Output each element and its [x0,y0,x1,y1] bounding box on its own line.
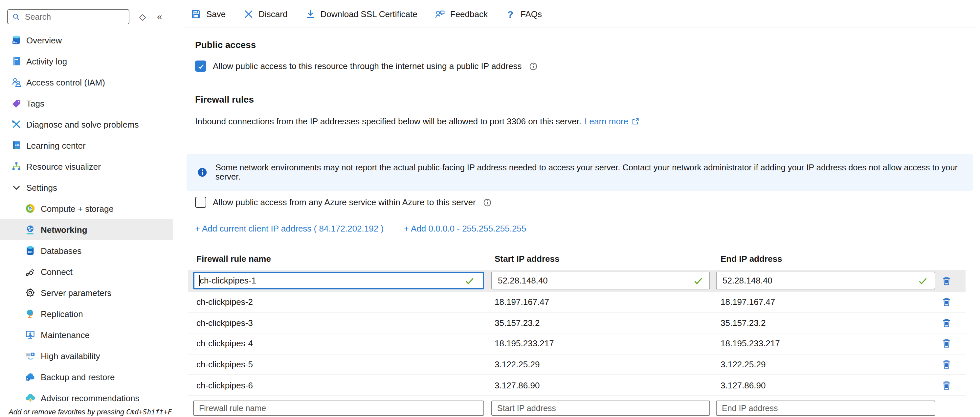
learn-more-link[interactable]: Learn more [585,117,628,126]
sidebar-item-high-availability[interactable]: High availability [0,345,173,366]
sidebar-item-label: High availability [41,351,100,361]
add-all-ips-link[interactable]: + Add 0.0.0.0 - 255.255.255.255 [404,224,526,233]
start-ip-cell: 18.197.167.47 [495,297,549,307]
firewall-rules-table: ch-clickpipes-218.197.167.4718.197.167.4… [188,292,966,396]
sidebar-item-tags[interactable]: Tags [0,93,173,114]
sidebar-item-label: Diagnose and solve problems [26,119,139,129]
sidebar-item-resource-visualizer[interactable]: Resource visualizer [0,156,173,177]
sidebar-item-access-control-iam[interactable]: Access control (IAM) [0,72,173,93]
start-ip-input[interactable] [491,272,710,289]
sidebar-item-advisor-recommendations[interactable]: Advisor recommendations [0,387,173,409]
discard-button[interactable]: Discard [243,8,287,19]
faqs-label: FAQs [520,9,542,19]
download-ssl-certificate-button[interactable]: Download SSL Certificate [304,8,417,19]
collapse-sidebar-icon[interactable]: « [157,9,162,24]
sidebar-item-label: Overview [26,35,62,45]
azure-services-checkbox-label: Allow public access from any Azure servi… [213,197,476,207]
new-start-ip-input[interactable] [491,401,710,416]
firewall-rules-title: Firewall rules [195,94,254,105]
command-bar: Save Discard Download SSL Certificate Fe… [191,4,542,24]
activity-log-icon [11,56,22,67]
sidebar-item-label: Maintenance [41,330,90,340]
azure-services-checkbox-row: Allow public access from any Azure servi… [195,197,492,208]
sidebar-item-server-parameters[interactable]: Server parameters [0,282,173,303]
rule-name-cell: ch-clickpipes-4 [196,339,253,348]
info-icon[interactable] [529,61,538,71]
feedback-label: Feedback [450,9,488,19]
sidebar-item-settings[interactable]: Settings [0,177,173,198]
faqs-button[interactable]: ? FAQs [505,8,542,19]
question-mark-icon: ? [505,8,516,19]
end-ip-cell: 35.157.23.2 [721,318,765,328]
delete-rule-button[interactable] [941,380,952,390]
access-control-icon [11,77,22,88]
azure-networking-page: ◇ « MyOverviewActivity logAccess control… [0,0,980,417]
new-end-ip-input[interactable] [716,401,935,416]
tag-icon [11,97,22,109]
delete-rule-button[interactable] [941,318,952,328]
maintenance-icon [24,329,35,340]
sidebar-item-label: Compute + storage [41,204,114,213]
sidebar-item-diagnose-and-solve-problems[interactable]: Diagnose and solve problems [0,114,173,135]
column-header-rule-name: Firewall rule name [196,254,271,264]
sidebar-item-label: Replication [41,309,83,319]
delete-rule-button[interactable] [941,297,952,307]
start-ip-cell: 3.122.25.29 [495,359,539,369]
new-rule-name-input[interactable] [193,401,484,416]
public-access-title: Public access [195,40,256,50]
sidebar-item-label: Tags [26,98,45,108]
end-ip-cell: 3.122.25.29 [721,359,765,369]
sidebar-item-databases[interactable]: DBDatabases [0,240,173,261]
refresh-icon[interactable]: ◇ [139,9,146,24]
end-ip-input[interactable] [716,272,935,289]
delete-rule-button[interactable] [941,339,952,349]
azure-services-checkbox[interactable] [195,197,206,208]
svg-text:101: 101 [15,144,19,146]
info-icon[interactable] [483,198,492,207]
sidebar-item-backup-and-restore[interactable]: Backup and restore [0,366,173,387]
table-row: ch-clickpipes-335.157.23.235.157.23.2 [188,313,966,334]
rule-name-cell: ch-clickpipes-5 [196,359,253,369]
sidebar-item-connect[interactable]: Connect [0,261,173,282]
new-firewall-rule-row [188,401,966,417]
feedback-button[interactable]: Feedback [434,8,488,19]
sidebar-item-label: Learning center [26,141,86,150]
toolbar-divider [183,28,976,28]
info-banner: Some network environments may not report… [186,154,973,191]
discard-icon [243,8,254,19]
rule-name-cell: ch-clickpipes-2 [196,297,253,307]
high-availability-icon [24,350,35,361]
rule-name-cell: ch-clickpipes-6 [196,380,253,390]
info-filled-icon [197,167,208,177]
add-current-client-ip-link[interactable]: + Add current client IP address ( 84.172… [195,224,383,233]
gear-icon [24,287,35,298]
delete-rule-button[interactable] [941,359,952,370]
public-access-checkbox-row: Allow public access to this resource thr… [195,61,538,72]
sidebar-nav: MyOverviewActivity logAccess control (IA… [0,30,173,409]
backup-restore-icon [24,371,35,382]
sidebar-item-replication[interactable]: Replication [0,303,173,324]
sidebar-item-overview[interactable]: MyOverview [0,30,173,51]
end-ip-cell: 18.197.167.47 [721,297,775,307]
sidebar-item-maintenance[interactable]: Maintenance [0,324,173,345]
sidebar-item-compute-storage[interactable]: $Compute + storage [0,198,173,219]
sidebar-item-learning-center[interactable]: 101Learning center [0,135,173,156]
resource-visualizer-icon [11,161,22,172]
sidebar-item-networking[interactable]: Networking [0,219,173,240]
search-input[interactable] [24,11,125,22]
favorites-shortcut: Cmd+Shift+F [126,408,172,416]
rule-name-input[interactable] [193,272,484,289]
svg-text:My: My [13,41,17,44]
sidebar-item-activity-log[interactable]: Activity log [0,51,173,72]
column-header-start-ip: Start IP address [495,254,560,264]
delete-rule-button[interactable] [941,276,952,286]
download-icon [304,8,316,19]
save-button[interactable]: Save [191,8,226,19]
start-ip-cell: 3.127.86.90 [495,380,539,390]
public-access-checkbox[interactable] [195,61,206,72]
sidebar-item-label: Connect [41,267,73,276]
firewall-rule-editing-row [188,270,966,292]
column-header-end-ip: End IP address [721,254,782,264]
search-box[interactable] [7,9,129,24]
favorites-hint: Add or remove favorites by pressing Cmd+… [8,408,172,416]
